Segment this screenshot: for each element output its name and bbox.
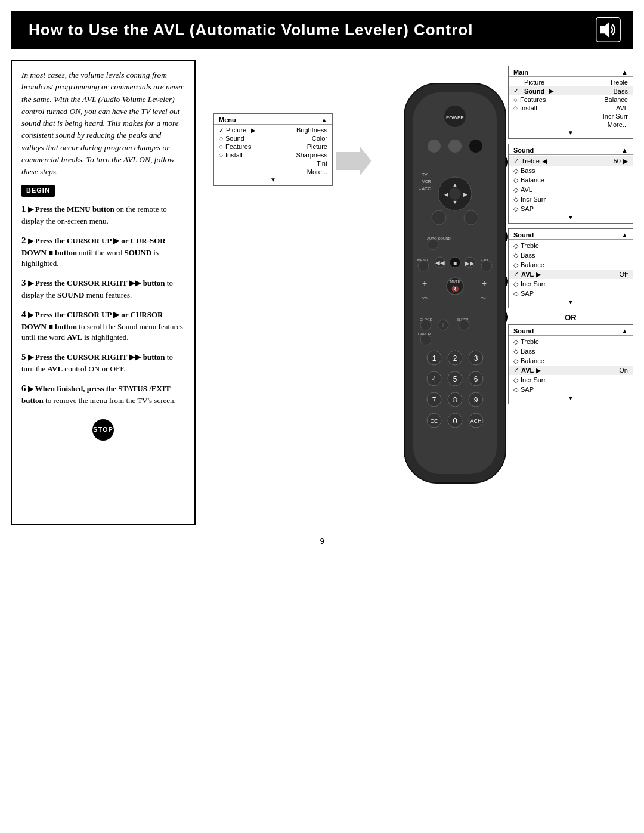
sound-avl-off-menu-box: Sound ▲ ◇ Treble ◇ Bass bbox=[508, 228, 633, 308]
svg-text:MUTE: MUTE bbox=[450, 280, 460, 283]
header-icon-area bbox=[595, 17, 621, 43]
menu-header: Menu ▲ bbox=[214, 116, 332, 125]
menu-arrow-down: ▼ bbox=[214, 176, 332, 184]
main-menu-install: ◇ Install AVL bbox=[509, 104, 633, 112]
svg-text:0: 0 bbox=[453, 416, 457, 425]
svg-text:+: + bbox=[422, 278, 427, 288]
right-menus-panel: Main ▲ Picture Treble ✓ Sound ▶ Bass ◇ F… bbox=[508, 66, 633, 404]
svg-text:6: 6 bbox=[474, 375, 478, 383]
svg-text:POWER: POWER bbox=[446, 115, 464, 120]
svg-text:⏸: ⏸ bbox=[440, 322, 446, 329]
page-number: 9 bbox=[0, 537, 644, 546]
svg-point-43 bbox=[420, 320, 431, 330]
svg-text:◀◀: ◀◀ bbox=[435, 259, 445, 266]
svg-text:ACH: ACH bbox=[470, 418, 481, 424]
step-4: 4▶ Press the CURSOR UP ▶ or CURSOR DOWN … bbox=[21, 308, 185, 343]
avl-off-sap: ◇ SAP bbox=[509, 289, 633, 298]
svg-text:5: 5 bbox=[453, 375, 457, 383]
instructions-panel: In most cases, the volume levels coming … bbox=[11, 60, 196, 525]
svg-text:▼: ▼ bbox=[453, 199, 458, 205]
menu-item-sound: ◇ Sound Color bbox=[214, 134, 332, 143]
step-2: 2▶ Press the CURSOR UP ▶ or CUR-SOR DOWN… bbox=[21, 234, 185, 270]
svg-text:CC: CC bbox=[431, 418, 438, 424]
svg-text:2: 2 bbox=[453, 354, 457, 363]
svg-point-49 bbox=[420, 335, 431, 345]
arrow-graphic bbox=[336, 146, 371, 178]
main-menu-incr: Incr Surr bbox=[509, 112, 633, 120]
main-menu-display: Menu ▲ ✓ Picture ▶ Brightness ◇ Sound Co… bbox=[213, 113, 333, 186]
svg-point-8 bbox=[448, 140, 462, 153]
svg-text:3: 3 bbox=[474, 354, 478, 363]
svg-text:4: 4 bbox=[432, 375, 436, 383]
step-1: 1▶ Press the MENU button on the remote t… bbox=[21, 203, 185, 227]
avl-on-treble: ◇ Treble bbox=[509, 337, 633, 346]
step-5: 5▶ Press the CURSOR RIGHT ▶▶ button to t… bbox=[21, 351, 185, 375]
svg-point-20 bbox=[464, 210, 478, 225]
avl-on-bass: ◇ Bass bbox=[509, 346, 633, 356]
avl-on-incr: ◇ Incr Surr bbox=[509, 375, 633, 385]
sound-incr-item: ◇ Incr Surr bbox=[509, 194, 633, 204]
svg-text:▲: ▲ bbox=[453, 182, 458, 188]
step-3: 3▶ Press the CURSOR RIGHT ▶▶ button to d… bbox=[21, 277, 185, 301]
stop-badge: STOP bbox=[92, 419, 114, 441]
svg-point-32 bbox=[481, 261, 492, 271]
page-title: How to Use the AVL (Automatic Volume Lev… bbox=[29, 21, 473, 39]
sound-avl-item: ◇ AVL bbox=[509, 185, 633, 194]
avl-on-avl: ✓ AVL ▶ On bbox=[509, 366, 633, 375]
svg-point-22 bbox=[428, 239, 438, 250]
intro-text: In most cases, the volume levels coming … bbox=[21, 69, 185, 178]
main-menu-box: Menu ▲ ✓ Picture ▶ Brightness ◇ Sound Co… bbox=[213, 113, 333, 186]
svg-text:7: 7 bbox=[432, 396, 436, 404]
avl-off-bass: ◇ Bass bbox=[509, 250, 633, 260]
menu-item-more: More... bbox=[214, 168, 332, 176]
svg-text:🔇: 🔇 bbox=[451, 285, 459, 293]
svg-text:8: 8 bbox=[453, 396, 457, 404]
avl-off-incr: ◇ Incr Surr bbox=[509, 279, 633, 289]
svg-point-19 bbox=[432, 210, 446, 225]
treble-slider: —————— bbox=[583, 159, 611, 164]
avl-on-sap: ◇ SAP bbox=[509, 385, 633, 394]
begin-badge: BEGIN bbox=[21, 185, 185, 203]
svg-text:+: + bbox=[482, 278, 487, 288]
remote-control: POWER – TV – VCR – ACC ▲ ▼ ◀ ▶ bbox=[386, 78, 524, 497]
svg-point-9 bbox=[469, 140, 482, 153]
svg-text:■: ■ bbox=[453, 260, 457, 267]
sound-bass-item: ◇ Bass bbox=[509, 166, 633, 175]
svg-text:CH: CH bbox=[481, 296, 486, 300]
svg-marker-2 bbox=[336, 146, 371, 176]
svg-text:◀: ◀ bbox=[444, 191, 448, 197]
svg-text:– VCR: – VCR bbox=[419, 179, 431, 184]
sound-avl-on-menu-box: Sound ▲ ◇ Treble ◇ Bass bbox=[508, 324, 633, 404]
center-right-area: Menu ▲ ✓ Picture ▶ Brightness ◇ Sound Co… bbox=[196, 60, 633, 525]
svg-text:– ACC: – ACC bbox=[419, 187, 431, 191]
avl-on-balance: ◇ Balance bbox=[509, 356, 633, 366]
svg-text:1: 1 bbox=[432, 354, 436, 363]
svg-point-47 bbox=[459, 320, 469, 330]
svg-text:VOL: VOL bbox=[422, 296, 430, 300]
svg-point-24 bbox=[418, 261, 429, 271]
sound-treble-menu-box: Sound ▲ ✓ Treble ◀ —————— 50 ▶ bbox=[508, 144, 633, 224]
main-content: In most cases, the volume levels coming … bbox=[11, 60, 633, 525]
menu-item-install: ◇ Install Sharpness bbox=[214, 151, 332, 159]
avl-off-treble: ◇ Treble bbox=[509, 241, 633, 250]
page-header: How to Use the AVL (Automatic Volume Lev… bbox=[11, 11, 633, 49]
sound-sap-item: ◇ SAP bbox=[509, 204, 633, 213]
svg-text:– TV: – TV bbox=[419, 172, 428, 176]
main-menu-more: More... bbox=[509, 120, 633, 129]
sound-treble-item: ✓ Treble ◀ —————— 50 ▶ bbox=[509, 156, 633, 166]
menu-item-tint: Tint bbox=[214, 159, 332, 168]
main-menu-features: ◇ Features Balance bbox=[509, 95, 633, 104]
main-menu-sound-selected: ✓ Sound ▶ Bass bbox=[509, 86, 633, 95]
menu-item-picture: ✓ Picture ▶ Brightness bbox=[214, 126, 332, 134]
svg-text:9: 9 bbox=[474, 396, 478, 404]
menu-item-features: ◇ Features Picture bbox=[214, 143, 332, 151]
main-sound-menu-box: Main ▲ Picture Treble ✓ Sound ▶ Bass ◇ F… bbox=[508, 66, 633, 139]
avl-off-balance: ◇ Balance bbox=[509, 260, 633, 270]
main-menu-picture: Picture Treble bbox=[509, 78, 633, 86]
svg-text:▶▶: ▶▶ bbox=[465, 260, 475, 267]
or-label: OR bbox=[508, 311, 633, 324]
svg-text:▶: ▶ bbox=[463, 191, 467, 197]
avl-off-avl: ✓ AVL ▶ Off bbox=[509, 270, 633, 279]
svg-point-7 bbox=[428, 140, 441, 153]
sound-balance-item: ◇ Balance bbox=[509, 175, 633, 185]
